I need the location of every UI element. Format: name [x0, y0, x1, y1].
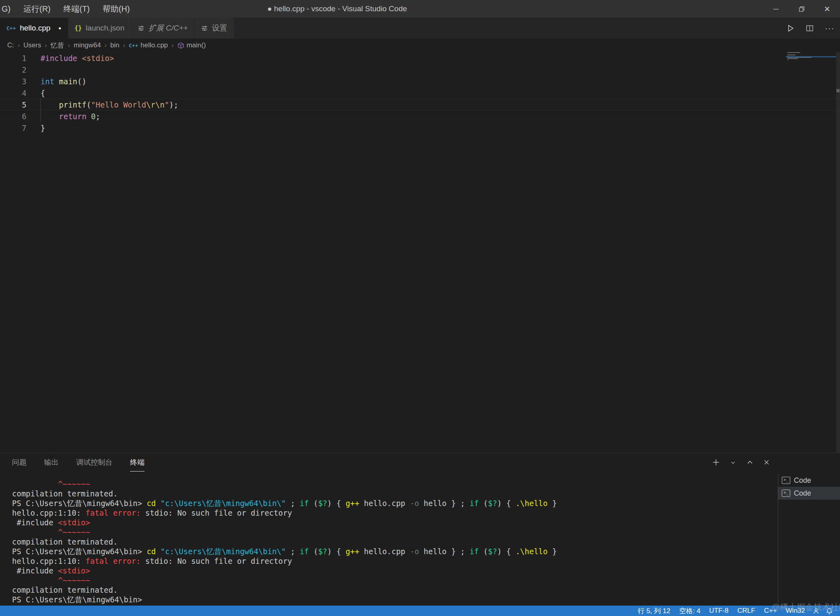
terminal-line-2: compilation terminated. [12, 489, 557, 498]
line-number: 2 [0, 64, 26, 75]
editor-scrollbar[interactable] [836, 52, 840, 453]
terminal-line-10: #include <stdio> [12, 566, 557, 575]
breadcrumb-item-bin[interactable]: bin [110, 41, 120, 49]
minimap-line [787, 59, 788, 60]
breadcrumb-item-c-[interactable]: C: [7, 41, 14, 49]
minimap[interactable] [786, 52, 836, 76]
code-lines: 1#include <stdio>23int main()4{5 printf(… [0, 52, 840, 134]
panel-tab--[interactable]: 输出 [44, 453, 59, 472]
menu-item--h-[interactable]: 帮助(H) [96, 0, 136, 18]
minimap-current-line-highlight [786, 56, 840, 57]
line-number: 5 [0, 99, 26, 110]
close-icon [763, 459, 770, 466]
tab-label: 设置 [212, 23, 227, 33]
status-bell-button[interactable] [823, 608, 836, 614]
tab-label: launch.json [86, 24, 124, 33]
terminal-line-13: PS C:\Users\忆昔\mingw64\bin> [12, 595, 557, 604]
status-bar: 行 5, 列 12空格: 4UTF-8CRLFC++Win32 [0, 606, 840, 616]
status-language-mode[interactable]: C++ [760, 607, 781, 615]
split-editor-button[interactable] [806, 24, 814, 32]
scrollbar-thumb[interactable] [836, 89, 840, 92]
panel-tab--[interactable]: 终端 [130, 453, 144, 472]
tab-hello.cpp[interactable]: C++hello.cpp● [0, 18, 68, 39]
breadcrumb-item-users[interactable]: Users [23, 41, 41, 49]
code-line-4[interactable]: 4{ [0, 87, 840, 99]
code-line-6[interactable]: 6 return 0; [0, 110, 840, 122]
terminal-line-6: ^~~~~~~ [12, 527, 557, 537]
breadcrumb-item-hello.cpp[interactable]: C++hello.cpp [129, 41, 168, 49]
code-line-7[interactable]: 7} [0, 122, 840, 134]
run-button[interactable] [786, 24, 795, 33]
launch-profile-button[interactable] [728, 457, 738, 468]
tab--[interactable]: 设置 [195, 18, 234, 39]
code-line-5[interactable]: 5 printf("Hello World\r\n"); [0, 99, 840, 110]
maximize-panel-button[interactable] [744, 457, 755, 468]
terminal-line-7: compilation terminated. [12, 537, 557, 547]
tab--c-c++[interactable]: 扩展 C/C++ [131, 18, 195, 39]
feedback-person-icon [813, 608, 820, 614]
line-number: 1 [0, 53, 26, 63]
status-indentation[interactable]: 空格: 4 [675, 606, 705, 616]
tab-label: hello.cpp [20, 24, 50, 33]
window-controls: ✕ [763, 0, 840, 18]
more-actions-button[interactable]: ··· [825, 23, 834, 33]
code-line-3[interactable]: 3int main() [0, 75, 840, 87]
code-line-2[interactable]: 2 [0, 64, 840, 75]
restore-button[interactable] [789, 0, 814, 18]
terminal-list-item-1[interactable]: >_Code [778, 474, 840, 487]
menu-item-g-[interactable]: G) [0, 0, 17, 18]
chevron-right-icon: › [171, 42, 173, 49]
editor-tab-bar: C++hello.cpp●{}launch.json扩展 C/C++设置 ··· [0, 18, 840, 39]
breadcrumb-item-main-[interactable]: main() [177, 41, 206, 49]
breadcrumb: C:›Users›忆昔›mingw64›bin›C++hello.cpp›mai… [0, 39, 840, 52]
code-editor[interactable]: 1#include <stdio>23int main()4{5 printf(… [0, 52, 840, 453]
status-encoding[interactable]: UTF-8 [705, 607, 733, 615]
settings-sliders-icon [201, 25, 208, 32]
terminal-line-4: hello.cpp:1:10: fatal error: stdio: No s… [12, 508, 557, 518]
chevron-right-icon: › [123, 42, 125, 49]
menu-item--r-[interactable]: 运行(R) [17, 0, 57, 18]
panel-actions [711, 457, 772, 468]
terminal-list: >_Code>_Code [778, 474, 840, 606]
terminal-icon: >_ [782, 477, 790, 484]
tab-launch.json[interactable]: {}launch.json [68, 18, 131, 39]
line-number: 7 [0, 122, 26, 133]
restore-icon [799, 6, 805, 12]
terminal-output[interactable]: ^~~~~~~compilation terminated.PS C:\User… [12, 479, 557, 604]
close-button[interactable]: ✕ [814, 0, 840, 18]
minimize-icon [773, 6, 779, 12]
status-cursor-position[interactable]: 行 5, 列 12 [633, 606, 675, 616]
terminal-line-5: #include <stdio> [12, 518, 557, 527]
terminal-line-9: hello.cpp:1:10: fatal error: stdio: No s… [12, 556, 557, 566]
status-feedback-button[interactable] [809, 608, 823, 614]
close-panel-button[interactable] [761, 457, 772, 468]
terminal-line-3: PS C:\Users\忆昔\mingw64\bin> cd "c:\Users… [12, 498, 557, 508]
code-line-1[interactable]: 1#include <stdio> [0, 52, 840, 64]
line-number: 4 [0, 87, 26, 98]
cpp-file-icon: C++ [6, 25, 16, 31]
panel-tab--[interactable]: 调试控制台 [76, 453, 112, 472]
line-number: 6 [0, 111, 26, 122]
terminal-list-item-2[interactable]: >_Code [778, 487, 840, 500]
json-file-icon: {} [75, 24, 82, 32]
split-editor-icon [806, 24, 814, 32]
new-terminal-button[interactable] [711, 457, 721, 468]
panel-tab--[interactable]: 问题 [12, 453, 26, 472]
status-platform[interactable]: Win32 [781, 607, 809, 615]
minimize-button[interactable] [763, 0, 789, 18]
bell-icon [826, 608, 833, 614]
title-bar: G)运行(R)终端(T)帮助(H) ● hello.cpp - vscode -… [0, 0, 840, 18]
breadcrumb-item-mingw64[interactable]: mingw64 [73, 41, 101, 49]
status-eol[interactable]: CRLF [733, 607, 759, 615]
chevron-right-icon: › [18, 42, 20, 49]
minimap-line [787, 52, 800, 53]
window-title: ● hello.cpp - vscode - Visual Studio Cod… [267, 0, 407, 18]
terminal-icon: >_ [782, 490, 790, 497]
terminal-line-12: compilation terminated. [12, 585, 557, 595]
menu-item--t-[interactable]: 终端(T) [57, 0, 96, 18]
minimap-line [787, 58, 798, 59]
cpp-file-icon: C++ [129, 43, 138, 49]
chevron-right-icon: › [104, 42, 106, 49]
terminal-line-1: ^~~~~~~ [12, 479, 557, 489]
breadcrumb-item--[interactable]: 忆昔 [51, 41, 64, 50]
